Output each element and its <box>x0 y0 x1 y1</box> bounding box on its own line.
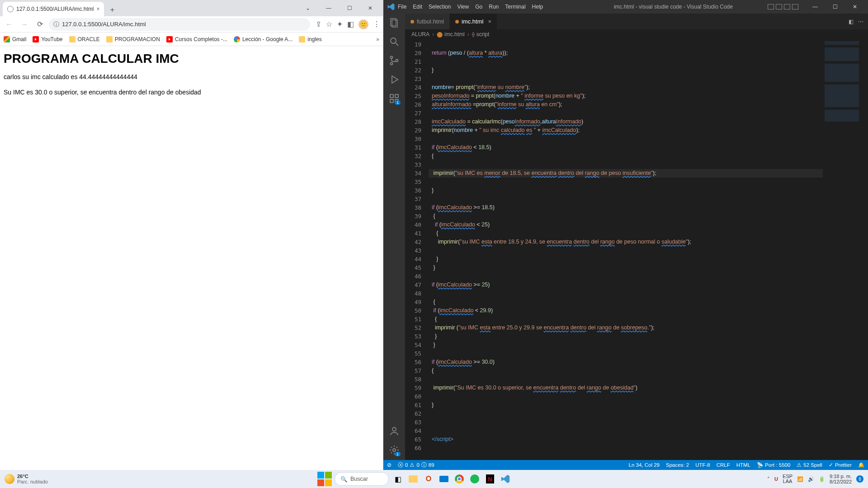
maximize-icon[interactable]: ☐ <box>826 0 844 13</box>
spotify-icon[interactable] <box>468 473 481 485</box>
explorer-icon[interactable] <box>389 17 400 28</box>
live-server-port[interactable]: 📡 Port : 5500 <box>757 462 790 468</box>
reload-icon[interactable]: ⟳ <box>33 18 46 31</box>
extensions-icon[interactable]: 1 <box>389 93 400 104</box>
svg-rect-9 <box>395 94 398 98</box>
kebab-icon[interactable]: ⋮ <box>373 20 380 28</box>
chrome-window: 127.0.0.1:5500/ALURA/imc.html × + ⌄ — ☐ … <box>0 0 383 470</box>
site-info-icon[interactable]: ⓘ <box>53 20 59 28</box>
svg-rect-8 <box>390 94 393 98</box>
maximize-icon[interactable]: ☐ <box>340 1 359 15</box>
close-icon[interactable]: ✕ <box>360 1 380 15</box>
badge: 1 <box>395 100 401 105</box>
editor-tab-imc[interactable]: imc.html × <box>450 14 497 29</box>
menu-selection[interactable]: Selection <box>429 4 451 10</box>
run-debug-icon[interactable] <box>389 74 400 85</box>
formatter[interactable]: ✓ Prettier <box>829 462 852 468</box>
volume-icon[interactable]: 🔊 <box>808 476 814 482</box>
encoding[interactable]: UTF-8 <box>695 462 710 468</box>
chrome-icon[interactable] <box>453 473 466 485</box>
svg-line-3 <box>396 43 398 46</box>
address-bar[interactable]: ⓘ 127.0.0.1:5500/ALURA/imc.html <box>49 18 310 31</box>
mcafee-icon[interactable]: U <box>774 476 778 482</box>
menu-run[interactable]: Run <box>489 4 499 10</box>
split-editor-icon[interactable]: ◧ <box>849 19 854 25</box>
clock[interactable]: 9:18 p. m.8/12/2022 <box>830 474 852 484</box>
extensions-icon[interactable]: ✦ <box>337 20 343 28</box>
share-icon[interactable]: ⇪ <box>316 20 321 28</box>
problems-indicator[interactable]: ⓧ 0 ⚠ 0 ⓘ 89 <box>398 462 434 469</box>
back-icon[interactable]: ← <box>3 18 15 31</box>
menu-view[interactable]: View <box>457 4 469 10</box>
netflix-icon[interactable]: N <box>484 473 496 485</box>
file-explorer-icon[interactable] <box>407 473 420 485</box>
taskbar-search[interactable]: 🔍 Buscar <box>335 472 389 486</box>
spell-check[interactable]: ⚠ 52 Spell <box>797 462 822 468</box>
source-control-icon[interactable] <box>389 55 400 66</box>
layout-controls[interactable] <box>768 4 798 9</box>
notification-center-icon[interactable]: 8 <box>856 475 863 483</box>
windows-taskbar: 26°C Parc. nublado 🔍 Buscar ◧ O N ˄ U ES… <box>0 470 868 488</box>
account-icon[interactable] <box>389 426 400 436</box>
sidepanel-icon[interactable]: ◧ <box>347 20 354 28</box>
editor-tab-futbol[interactable]: futbol.html <box>405 14 450 29</box>
code-content[interactable]: return (peso / (altura * altura)); } nom… <box>426 39 823 460</box>
remote-indicator[interactable]: ⊘ <box>387 462 392 468</box>
close-icon[interactable]: × <box>96 6 99 12</box>
cursor-position[interactable]: Ln 34, Col 29 <box>629 462 660 468</box>
bookmarks-overflow-icon[interactable]: » <box>376 36 379 42</box>
minimap[interactable] <box>823 39 868 460</box>
battery-icon[interactable]: 🔋 <box>819 476 825 482</box>
tray-chevron-icon[interactable]: ˄ <box>767 476 770 482</box>
google-icon <box>234 36 240 42</box>
start-button[interactable] <box>317 472 332 486</box>
bookmark-ingles[interactable]: ingles <box>299 36 321 42</box>
bookmark-cursos[interactable]: Cursos Completos -... <box>166 36 227 42</box>
browser-tab[interactable]: 127.0.0.1:5500/ALURA/imc.html × <box>3 2 104 16</box>
menu-help[interactable]: Help <box>532 4 543 10</box>
minimize-icon[interactable]: — <box>319 1 339 15</box>
menu-go[interactable]: Go <box>475 4 482 10</box>
vscode-taskbar-icon[interactable] <box>499 473 512 485</box>
menu-edit[interactable]: Edit <box>413 4 422 10</box>
eol[interactable]: CRLF <box>717 462 730 468</box>
notifications-icon[interactable]: 🔔 <box>858 462 864 468</box>
vscode-menubar: File Edit Selection View Go Run Terminal… <box>398 4 543 10</box>
mail-icon[interactable] <box>438 473 450 485</box>
chrome-toolbar: ← → ⟳ ⓘ 127.0.0.1:5500/ALURA/imc.html ⇪ … <box>0 16 383 33</box>
bookmark-oracle[interactable]: ORACLE <box>69 36 100 42</box>
office-icon[interactable]: O <box>422 473 435 485</box>
star-icon[interactable]: ☆ <box>326 20 332 28</box>
url-text: 127.0.0.1:5500/ALURA/imc.html <box>62 21 146 28</box>
svg-point-6 <box>396 60 398 62</box>
bookmark-programacion[interactable]: PROGRAMACION <box>106 36 160 42</box>
settings-icon[interactable]: 1 <box>389 445 400 455</box>
language-mode[interactable]: HTML <box>736 462 750 468</box>
bookmark-youtube[interactable]: YouTube <box>33 36 62 42</box>
minimize-icon[interactable]: — <box>806 0 825 13</box>
page-line-2: Su IMC es 30.0 o superior, se encuentra … <box>4 89 379 96</box>
menu-file[interactable]: File <box>398 4 406 10</box>
weather-widget[interactable]: 26°C Parc. nublado <box>0 474 48 484</box>
chevron-down-icon[interactable]: ⌄ <box>298 1 318 15</box>
menu-terminal[interactable]: Terminal <box>505 4 525 10</box>
bookmark-leccion[interactable]: Lección - Google A... <box>234 36 292 42</box>
forward-icon[interactable]: → <box>18 18 31 31</box>
close-icon[interactable]: ✕ <box>845 0 864 13</box>
weather-icon <box>5 474 14 484</box>
bookmark-gmail[interactable]: Gmail <box>4 36 26 42</box>
wifi-icon[interactable]: 📶 <box>797 476 803 482</box>
close-icon[interactable]: × <box>488 18 491 25</box>
html-file-icon <box>410 20 414 23</box>
language-indicator[interactable]: ESPLAA <box>783 474 793 484</box>
breadcrumb[interactable]: ALURA› ⬤imc.html› ⟠script <box>405 29 868 39</box>
new-tab-button[interactable]: + <box>106 4 118 16</box>
folder-icon <box>299 36 305 42</box>
indentation[interactable]: Spaces: 2 <box>666 462 689 468</box>
task-view-icon[interactable]: ◧ <box>392 473 404 485</box>
activity-bar: 1 1 <box>383 14 405 460</box>
more-icon[interactable]: ⋯ <box>858 19 863 25</box>
profile-avatar[interactable]: 🙂 <box>359 19 368 29</box>
search-icon[interactable] <box>389 36 400 47</box>
code-editor[interactable]: 19 20 21 22 23 24 25 26 27 28 29 30 31 3… <box>405 39 868 460</box>
